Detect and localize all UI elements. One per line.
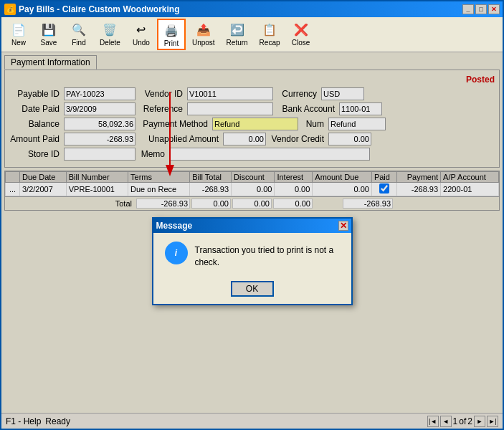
recap-label: Recap bbox=[260, 39, 280, 47]
save-icon: 💾 bbox=[40, 21, 57, 38]
undo-icon: ↩ bbox=[133, 21, 150, 38]
dialog-content: i Transaction you tried to print is not … bbox=[153, 233, 351, 277]
ok-button[interactable]: OK bbox=[231, 281, 274, 297]
toolbar: 📄 New 💾 Save 🔍 Find 🗑️ Delete ↩ Undo 🖨️ … bbox=[1, 17, 503, 52]
close-label: Close bbox=[292, 39, 310, 47]
dialog-close-button[interactable]: ✕ bbox=[338, 221, 348, 231]
first-page-button[interactable]: |◄ bbox=[427, 416, 439, 427]
title-bar: 💰 Pay Bills - Claire Custom Woodworking … bbox=[1, 1, 503, 17]
unpost-icon: 📤 bbox=[195, 21, 212, 38]
last-page-button[interactable]: ►| bbox=[487, 416, 498, 427]
delete-label: Delete bbox=[100, 39, 120, 47]
save-button[interactable]: 💾 Save bbox=[34, 19, 63, 50]
delete-icon: 🗑️ bbox=[101, 21, 118, 38]
print-label: Print bbox=[164, 39, 179, 47]
undo-button[interactable]: ↩ Undo bbox=[127, 19, 156, 50]
find-label: Find bbox=[72, 39, 85, 47]
page-total: 2 bbox=[467, 416, 472, 426]
return-label: Return bbox=[227, 39, 248, 47]
dialog-title: Message bbox=[156, 221, 193, 231]
find-button[interactable]: 🔍 Find bbox=[65, 19, 93, 50]
recap-button[interactable]: 📋 Recap bbox=[255, 19, 285, 50]
delete-button[interactable]: 🗑️ Delete bbox=[95, 19, 125, 50]
status-text: Ready bbox=[45, 416, 70, 426]
recap-icon: 📋 bbox=[261, 21, 278, 38]
return-icon: ↩️ bbox=[229, 21, 246, 38]
close-button[interactable]: ❌ Close bbox=[287, 19, 315, 50]
print-button[interactable]: 🖨️ Print bbox=[157, 19, 186, 50]
next-page-button[interactable]: ► bbox=[474, 416, 485, 427]
window-title: Pay Bills - Claire Custom Woodworking bbox=[19, 4, 179, 14]
message-dialog: Message ✕ i Transaction you tried to pri… bbox=[152, 217, 353, 306]
page-current: 1 bbox=[453, 416, 458, 426]
page-navigation: |◄ ◄ 1 of 2 ► ►| bbox=[427, 416, 498, 427]
find-icon: 🔍 bbox=[70, 21, 87, 38]
dialog-titlebar: Message ✕ bbox=[153, 219, 351, 233]
print-icon: 🖨️ bbox=[163, 22, 180, 39]
dialog-buttons: OK bbox=[153, 277, 351, 304]
main-content: Payment Information Posted Payable ID Ve… bbox=[1, 52, 503, 413]
new-icon: 📄 bbox=[10, 21, 27, 38]
unpost-label: Unpost bbox=[192, 39, 215, 47]
close-window-button[interactable]: ✕ bbox=[488, 4, 500, 14]
dialog-message: Transaction you tried to print is not a … bbox=[195, 242, 340, 269]
info-icon: i bbox=[165, 242, 188, 264]
prev-page-button[interactable]: ◄ bbox=[440, 416, 452, 427]
status-bar: F1 - Help Ready |◄ ◄ 1 of 2 ► ►| bbox=[1, 413, 503, 429]
new-label: New bbox=[11, 39, 26, 47]
main-window: 💰 Pay Bills - Claire Custom Woodworking … bbox=[0, 0, 504, 430]
minimize-button[interactable]: _ bbox=[462, 4, 474, 14]
message-dialog-overlay: Message ✕ i Transaction you tried to pri… bbox=[1, 52, 503, 413]
page-separator: of bbox=[459, 416, 466, 426]
app-icon: 💰 bbox=[4, 4, 16, 15]
print-arrow bbox=[159, 92, 181, 178]
maximize-button[interactable]: □ bbox=[475, 4, 487, 14]
close-icon: ❌ bbox=[293, 21, 310, 38]
save-label: Save bbox=[41, 39, 57, 47]
unpost-button[interactable]: 📤 Unpost bbox=[187, 19, 220, 50]
help-text: F1 - Help bbox=[6, 416, 41, 426]
new-button[interactable]: 📄 New bbox=[4, 19, 33, 50]
return-button[interactable]: ↩️ Return bbox=[222, 19, 253, 50]
undo-label: Undo bbox=[133, 39, 150, 47]
